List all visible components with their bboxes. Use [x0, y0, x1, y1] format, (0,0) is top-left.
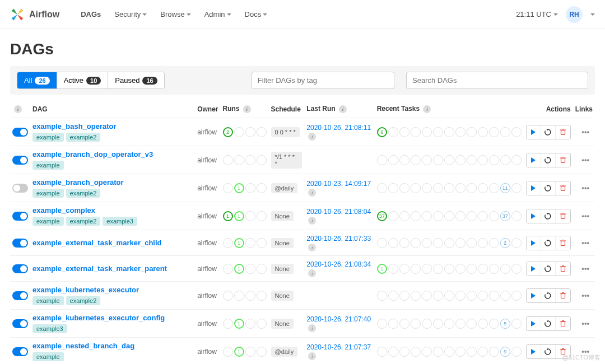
pause-toggle[interactable]: [12, 347, 28, 356]
task-circle[interactable]: [455, 211, 466, 221]
trigger-button[interactable]: [527, 262, 541, 276]
run-circle[interactable]: [223, 183, 233, 193]
trigger-button[interactable]: [527, 317, 541, 330]
links-menu[interactable]: •••: [578, 291, 593, 300]
delete-button[interactable]: [556, 236, 570, 250]
trigger-button[interactable]: [527, 209, 541, 223]
filter-tags-input[interactable]: [252, 72, 394, 89]
task-circle[interactable]: [433, 264, 443, 274]
pause-toggle[interactable]: [12, 239, 28, 248]
run-circle[interactable]: [257, 347, 267, 357]
task-circle[interactable]: [388, 319, 398, 329]
task-circle[interactable]: [411, 183, 421, 193]
refresh-button[interactable]: [541, 209, 556, 223]
info-icon[interactable]: i: [308, 352, 316, 360]
task-circle[interactable]: [467, 211, 477, 221]
last-run-link[interactable]: 2020-10-26, 21:08:11: [306, 124, 371, 132]
task-circle[interactable]: [455, 319, 466, 329]
task-circle[interactable]: [511, 291, 522, 301]
task-circle[interactable]: [467, 183, 477, 193]
info-icon[interactable]: i: [14, 105, 22, 113]
task-circle[interactable]: [467, 291, 477, 301]
last-run-link[interactable]: 2020-10-26, 21:07:33: [306, 235, 371, 242]
task-circle[interactable]: 6: [377, 127, 387, 137]
task-circle[interactable]: [388, 183, 398, 193]
task-circle[interactable]: [467, 264, 477, 274]
task-circle[interactable]: [411, 291, 421, 301]
run-circle[interactable]: 1: [234, 347, 244, 357]
task-circle[interactable]: [511, 319, 522, 329]
dag-tag[interactable]: example3: [103, 217, 137, 226]
run-circle[interactable]: [245, 183, 255, 193]
dag-tag[interactable]: example3: [32, 324, 67, 333]
task-circle[interactable]: [455, 291, 466, 301]
task-circle[interactable]: [377, 183, 387, 193]
dag-link[interactable]: example_kubernetes_executor: [32, 286, 139, 294]
filter-active[interactable]: Active10: [57, 72, 109, 88]
run-circle[interactable]: [245, 155, 255, 165]
task-circle[interactable]: [455, 183, 466, 193]
run-circle[interactable]: [234, 127, 244, 137]
dag-tag[interactable]: example: [32, 161, 64, 170]
run-circle[interactable]: [257, 264, 267, 274]
dag-link[interactable]: example_bash_operator: [32, 122, 117, 130]
task-circle[interactable]: [444, 264, 454, 274]
task-circle[interactable]: [489, 347, 499, 357]
run-circle[interactable]: 1: [234, 319, 244, 329]
trigger-button[interactable]: [527, 236, 541, 250]
task-circle[interactable]: 1: [377, 264, 387, 274]
run-circle[interactable]: [223, 264, 233, 274]
task-circle[interactable]: [388, 238, 398, 248]
task-circle[interactable]: [467, 238, 477, 248]
task-circle[interactable]: [489, 155, 499, 165]
dag-tag[interactable]: example: [32, 296, 64, 305]
task-circle[interactable]: [478, 319, 488, 329]
dag-link[interactable]: example_branch_dop_operator_v3: [32, 150, 153, 158]
run-circle[interactable]: [245, 291, 255, 301]
run-circle[interactable]: [245, 347, 255, 357]
last-run-link[interactable]: 2020-10-26, 21:07:40: [306, 315, 371, 323]
task-circle[interactable]: [433, 238, 443, 248]
task-circle[interactable]: [444, 291, 454, 301]
task-circle[interactable]: [433, 347, 443, 357]
schedule-badge[interactable]: @daily: [271, 347, 298, 357]
info-icon[interactable]: i: [308, 244, 316, 251]
info-icon[interactable]: i: [308, 217, 316, 225]
task-circle[interactable]: [489, 238, 499, 248]
search-input[interactable]: [406, 72, 588, 89]
last-run-link[interactable]: 2020-10-26, 21:08:04: [306, 208, 371, 216]
run-circle[interactable]: [223, 238, 233, 248]
run-circle[interactable]: [257, 155, 267, 165]
run-circle[interactable]: [223, 155, 233, 165]
task-circle[interactable]: [489, 183, 499, 193]
task-circle[interactable]: [433, 127, 443, 137]
delete-button[interactable]: [556, 125, 570, 139]
run-circle[interactable]: [245, 127, 255, 137]
run-circle[interactable]: [245, 264, 255, 274]
task-circle[interactable]: [399, 127, 409, 137]
task-circle[interactable]: [422, 155, 432, 165]
schedule-badge[interactable]: None: [271, 319, 294, 329]
delete-button[interactable]: [556, 289, 570, 302]
info-icon[interactable]: i: [339, 105, 347, 113]
task-circle[interactable]: [399, 238, 409, 248]
task-circle[interactable]: [444, 155, 454, 165]
task-circle[interactable]: [511, 264, 522, 274]
refresh-button[interactable]: [541, 317, 556, 330]
task-circle[interactable]: [388, 155, 398, 165]
run-circle[interactable]: 1: [223, 211, 233, 221]
filter-all[interactable]: All26: [17, 72, 57, 88]
task-circle[interactable]: [478, 347, 488, 357]
dag-link[interactable]: example_kubernetes_executor_config: [32, 314, 165, 322]
task-circle[interactable]: [433, 291, 443, 301]
dag-tag[interactable]: example2: [66, 189, 101, 198]
task-circle[interactable]: [478, 211, 488, 221]
user-avatar[interactable]: RH: [566, 6, 583, 23]
task-circle[interactable]: [422, 347, 432, 357]
info-icon[interactable]: i: [243, 105, 251, 113]
task-circle[interactable]: [500, 264, 510, 274]
task-circle[interactable]: [511, 347, 522, 357]
pause-toggle[interactable]: [12, 156, 28, 165]
task-circle[interactable]: 37: [500, 211, 510, 221]
task-circle[interactable]: 2: [500, 238, 510, 248]
